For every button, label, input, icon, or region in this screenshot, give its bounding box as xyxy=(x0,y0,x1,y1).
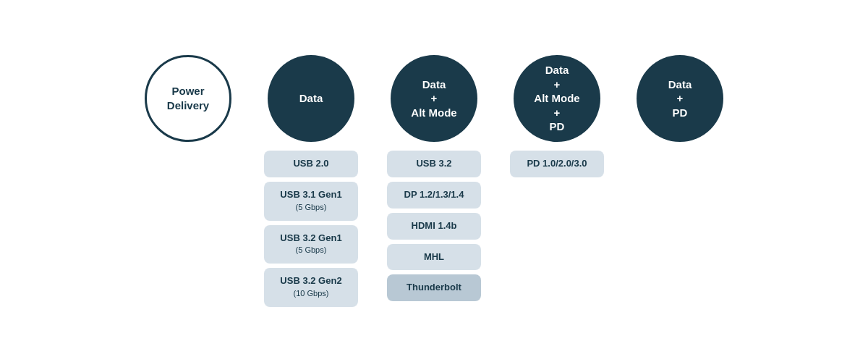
card-main-data-alt-mode-pd-0: PD 1.0/2.0/3.0 xyxy=(527,158,587,169)
card-sub-data-1: (5 Gbps) xyxy=(296,203,327,211)
card-data-alt-mode-pd-0: PD 1.0/2.0/3.0 xyxy=(510,151,604,177)
card-main-data-alt-mode-1: DP 1.2/1.3/1.4 xyxy=(404,189,464,200)
cards-data-alt-mode: USB 3.2DP 1.2/1.3/1.4HDMI 1.4bMHLThunder… xyxy=(387,151,481,301)
card-data-alt-mode-2: HDMI 1.4b xyxy=(387,213,481,240)
card-sub-data-3: (10 Gbps) xyxy=(294,289,329,298)
card-main-data-alt-mode-4: Thunderbolt xyxy=(407,282,461,292)
cards-data: USB 2.0USB 3.1 Gen1(5 Gbps)USB 3.2 Gen1(… xyxy=(264,151,358,307)
column-power-delivery: PowerDelivery xyxy=(141,55,235,151)
card-main-data-alt-mode-3: MHL xyxy=(424,251,444,262)
column-data-alt-mode-pd: Data+Alt Mode+PDPD 1.0/2.0/3.0 xyxy=(510,55,604,177)
column-data-pd: Data+PD xyxy=(633,55,727,151)
card-main-data-alt-mode-2: HDMI 1.4b xyxy=(412,220,457,231)
circle-data: Data xyxy=(268,55,354,142)
card-data-3: USB 3.2 Gen2(10 Gbps) xyxy=(264,268,358,307)
card-data-alt-mode-0: USB 3.2 xyxy=(387,151,481,177)
card-main-data-2: USB 3.2 Gen1 xyxy=(280,232,341,243)
circle-power-delivery: PowerDelivery xyxy=(145,55,231,142)
circle-data-alt-mode: Data+Alt Mode xyxy=(391,55,477,142)
card-data-0: USB 2.0 xyxy=(264,151,358,177)
circle-data-alt-mode-pd: Data+Alt Mode+PD xyxy=(514,55,600,142)
card-main-data-1: USB 3.1 Gen1 xyxy=(280,189,341,200)
card-data-alt-mode-1: DP 1.2/1.3/1.4 xyxy=(387,182,481,209)
card-sub-data-2: (5 Gbps) xyxy=(296,245,327,254)
card-data-alt-mode-4: Thunderbolt xyxy=(387,274,481,301)
card-data-alt-mode-3: MHL xyxy=(387,244,481,271)
circle-data-pd: Data+PD xyxy=(637,55,723,142)
card-data-2: USB 3.2 Gen1(5 Gbps) xyxy=(264,225,358,264)
cards-data-alt-mode-pd: PD 1.0/2.0/3.0 xyxy=(510,151,604,177)
card-main-data-alt-mode-0: USB 3.2 xyxy=(416,158,451,169)
card-main-data-3: USB 3.2 Gen2 xyxy=(280,275,341,286)
column-data-alt-mode: Data+Alt ModeUSB 3.2DP 1.2/1.3/1.4HDMI 1… xyxy=(387,55,481,301)
diagram: PowerDeliveryDataUSB 2.0USB 3.1 Gen1(5 G… xyxy=(0,41,868,321)
card-data-1: USB 3.1 Gen1(5 Gbps) xyxy=(264,182,358,221)
card-main-data-0: USB 2.0 xyxy=(293,158,328,169)
column-data: DataUSB 2.0USB 3.1 Gen1(5 Gbps)USB 3.2 G… xyxy=(264,55,358,307)
